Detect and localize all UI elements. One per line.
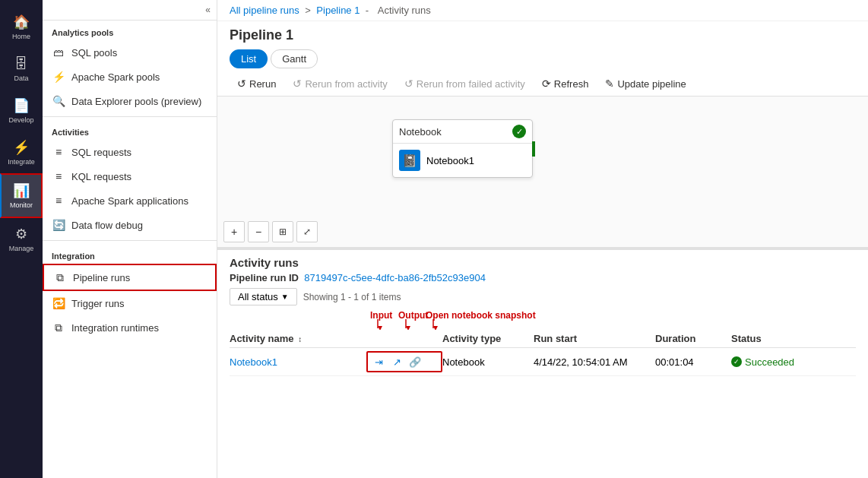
zoom-out-button[interactable]: − xyxy=(248,221,269,242)
sql-requests-icon: ≡ xyxy=(52,145,65,159)
nav-develop[interactable]: 📄 Develop xyxy=(0,90,43,131)
col-header-activity-type: Activity type xyxy=(442,333,534,344)
rerun-from-failed-icon: ↺ xyxy=(404,78,413,90)
activity-runs-title: Activity runs xyxy=(230,256,856,269)
sidebar-item-data-explorer[interactable]: 🔍 Data Explorer pools (preview) xyxy=(43,89,217,113)
notebook-card-title: Notebook xyxy=(399,126,442,138)
data-flow-debug-icon: 🔄 xyxy=(52,218,65,232)
open-snapshot-icon-btn[interactable]: 🔗 xyxy=(407,353,423,370)
toolbar: ↺ Rerun ↺ Rerun from activity ↺ Rerun fr… xyxy=(217,71,868,97)
sidebar-item-data-flow-debug[interactable]: 🔄 Data flow debug xyxy=(43,213,217,237)
rerun-from-activity-icon: ↺ xyxy=(293,78,302,90)
cell-status: ✓ Succeeded xyxy=(731,356,807,368)
sidebar: « Analytics pools 🗃 SQL pools ⚡ Apache S… xyxy=(43,0,217,478)
nav-integrate-label: Integrate xyxy=(8,158,35,166)
rerun-from-activity-label: Rerun from activity xyxy=(305,78,387,90)
cell-activity-type: Notebook xyxy=(442,356,534,368)
page-header: Pipeline 1 xyxy=(217,21,868,46)
canvas-controls: + − ⊞ ⤢ xyxy=(223,221,318,242)
nav-integrate[interactable]: ⚡ Integrate xyxy=(0,131,43,173)
sidebar-collapse-btn[interactable]: « xyxy=(43,0,217,21)
integration-runtimes-icon: ⧉ xyxy=(52,321,65,334)
tab-list[interactable]: List xyxy=(230,49,268,68)
left-nav: 🏠 Home 🗄 Data 📄 Develop ⚡ Integrate 📊 Mo… xyxy=(0,0,43,478)
nav-manage-label: Manage xyxy=(9,245,34,252)
sidebar-item-kql-requests[interactable]: ≡ KQL requests xyxy=(43,164,217,188)
sidebar-item-spark-pools[interactable]: ⚡ Apache Spark pools xyxy=(43,65,217,89)
collapse-icon: « xyxy=(205,5,211,15)
divider-1 xyxy=(43,116,217,117)
rerun-from-failed-label: Rerun from failed activity xyxy=(417,78,525,90)
rerun-label: Rerun xyxy=(249,78,276,90)
notebook-name: Notebook1 xyxy=(426,155,474,166)
nav-home[interactable]: 🏠 Home xyxy=(0,6,43,48)
activities-section-title: Activities xyxy=(43,120,217,140)
notebook-card-header: Notebook ✓ xyxy=(393,120,532,144)
nav-data-label: Data xyxy=(14,74,28,82)
sidebar-item-spark-apps-label: Apache Spark applications xyxy=(71,195,188,207)
breadcrumb-all-runs[interactable]: All pipeline runs xyxy=(230,5,299,16)
chevron-down-icon: ▼ xyxy=(281,293,289,301)
notebook-card-body: 📓 Notebook1 xyxy=(393,144,532,177)
table-header: Activity name ↕ Activity type Run start … xyxy=(230,330,856,348)
refresh-button[interactable]: ⟳ Refresh xyxy=(534,74,597,93)
breadcrumb: All pipeline runs > Pipeline 1 - Activit… xyxy=(217,0,868,21)
cell-activity-name: Notebook1 xyxy=(230,356,366,368)
col-header-status: Status xyxy=(731,333,807,344)
analytics-section-title: Analytics pools xyxy=(43,21,217,40)
trigger-runs-icon: 🔁 xyxy=(52,296,65,310)
rerun-from-failed-button[interactable]: ↺ Rerun from failed activity xyxy=(397,74,533,93)
cell-actions: ⇥ ↗ 🔗 xyxy=(366,351,442,372)
tab-gantt[interactable]: Gantt xyxy=(271,49,318,68)
pipeline-run-id-row: Pipeline run ID 8719497c-c5ee-4dfc-ba86-… xyxy=(230,272,856,283)
output-icon-btn[interactable]: ↗ xyxy=(388,353,405,370)
develop-icon: 📄 xyxy=(13,97,30,114)
pipeline-run-id-value: 8719497c-c5ee-4dfc-ba86-2fb52c93e904 xyxy=(304,272,486,283)
sidebar-item-spark-pools-label: Apache Spark pools xyxy=(71,71,160,83)
showing-text: Showing 1 - 1 of 1 items xyxy=(303,292,401,302)
breadcrumb-pipeline1[interactable]: Pipeline 1 xyxy=(316,5,360,16)
all-status-dropdown[interactable]: All status ▼ xyxy=(230,288,297,305)
fit-view-button[interactable]: ⊞ xyxy=(272,221,293,242)
col-header-actions xyxy=(366,333,442,344)
sidebar-item-data-explorer-label: Data Explorer pools (preview) xyxy=(71,96,201,107)
refresh-icon: ⟳ xyxy=(542,78,551,90)
sidebar-item-trigger-runs[interactable]: 🔁 Trigger runs xyxy=(43,291,217,315)
col-header-activity-name: Activity name ↕ xyxy=(230,333,366,344)
nav-monitor-label: Monitor xyxy=(10,201,33,209)
manage-icon: ⚙ xyxy=(13,226,30,242)
filter-bar: All status ▼ Showing 1 - 1 of 1 items xyxy=(230,288,856,305)
sort-icon[interactable]: ↕ xyxy=(298,335,302,343)
spark-apps-icon: ≡ xyxy=(52,194,65,207)
nav-manage[interactable]: ⚙ Manage xyxy=(0,218,43,260)
col-header-duration: Duration xyxy=(655,333,731,344)
status-text: Succeeded xyxy=(745,356,794,368)
breadcrumb-current: Activity runs xyxy=(378,5,431,16)
nav-data[interactable]: 🗄 Data xyxy=(0,48,43,90)
update-pipeline-label: Update pipeline xyxy=(617,78,686,90)
kql-requests-icon: ≡ xyxy=(52,169,65,183)
sidebar-item-sql-requests[interactable]: ≡ SQL requests xyxy=(43,140,217,164)
sidebar-item-sql-pools[interactable]: 🗃 SQL pools xyxy=(43,40,217,65)
sidebar-item-pipeline-runs[interactable]: ⧉ Pipeline runs xyxy=(43,264,217,291)
nav-monitor[interactable]: 📊 Monitor xyxy=(0,173,43,218)
notebook-card[interactable]: Notebook ✓ 📓 Notebook1 xyxy=(392,119,533,178)
main-content: All pipeline runs > Pipeline 1 - Activit… xyxy=(217,0,868,478)
fullscreen-button[interactable]: ⤢ xyxy=(296,221,318,242)
nav-develop-label: Develop xyxy=(8,116,33,124)
rerun-button[interactable]: ↺ Rerun xyxy=(230,74,284,93)
sidebar-item-sql-pools-label: SQL pools xyxy=(71,47,117,59)
update-pipeline-button[interactable]: ✎ Update pipeline xyxy=(597,74,693,93)
input-icon-btn[interactable]: ⇥ xyxy=(370,353,387,370)
pipeline-runs-icon: ⧉ xyxy=(53,271,67,284)
monitor-icon: 📊 xyxy=(13,182,30,199)
zoom-in-button[interactable]: + xyxy=(223,221,245,242)
annotation-arrows xyxy=(366,319,518,330)
data-icon: 🗄 xyxy=(13,55,30,72)
action-icons: ⇥ ↗ 🔗 xyxy=(366,351,442,372)
sidebar-item-spark-apps[interactable]: ≡ Apache Spark applications xyxy=(43,188,217,213)
rerun-from-activity-button[interactable]: ↺ Rerun from activity xyxy=(285,74,394,93)
breadcrumb-sep1: > xyxy=(305,5,313,16)
sidebar-item-integration-runtimes[interactable]: ⧉ Integration runtimes xyxy=(43,315,217,340)
tab-bar: List Gantt xyxy=(217,46,868,71)
